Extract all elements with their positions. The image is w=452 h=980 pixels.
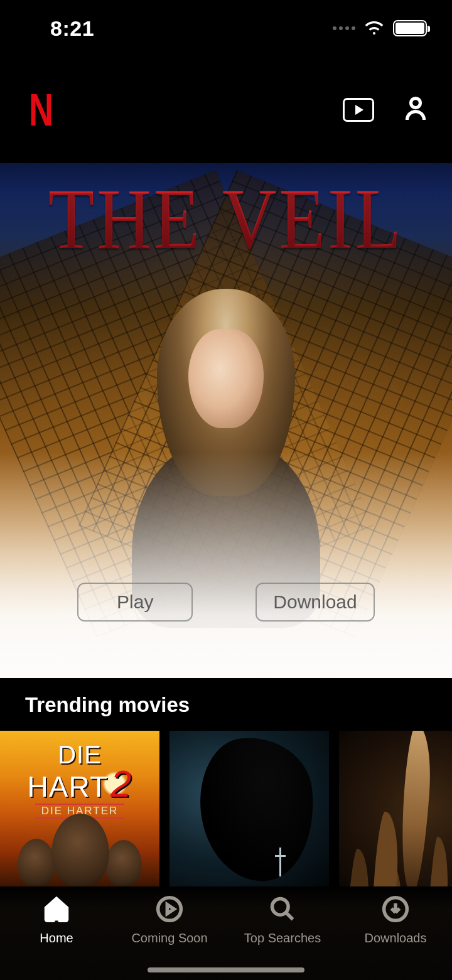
nav-top-searches[interactable]: Top Searches [226,891,339,980]
hero-title: THE VEIL [0,170,452,269]
poster-item[interactable] [339,731,452,886]
app-header: N [0,57,452,163]
poster-item[interactable]: DIE HART 2 DIE HARTER [0,731,159,886]
nav-label: Coming Soon [131,931,207,945]
wifi-icon [364,19,384,37]
nav-label: Downloads [365,931,427,945]
trending-section: Trending movies DIE HART 2 DIE HARTER [0,678,452,886]
status-time: 8:21 [50,16,94,41]
nav-downloads[interactable]: Downloads [339,891,452,980]
poster-art [0,811,159,886]
cellular-dots-icon [333,26,355,30]
play-circle-icon [156,895,183,923]
nav-home[interactable]: Home [0,891,113,980]
poster-art [193,731,321,886]
bottom-nav: Home Coming Soon Top Searches Downloads [0,886,452,980]
section-title: Trending movies [0,693,452,731]
svg-point-0 [411,99,421,108]
netflix-logo-icon[interactable]: N [29,84,51,136]
poster-item[interactable] [170,731,329,886]
status-bar: 8:21 [0,0,452,57]
hero-billboard[interactable]: THE VEIL Play Download [0,163,452,678]
nav-label: Home [40,931,73,945]
play-button[interactable]: Play [77,583,193,622]
nav-coming-soon[interactable]: Coming Soon [113,891,226,980]
poster-row[interactable]: DIE HART 2 DIE HARTER [0,731,452,886]
svg-point-1 [158,898,181,921]
download-circle-icon [382,895,409,923]
svg-point-2 [272,899,289,915]
battery-icon [393,20,427,36]
hero-actions: Play Download [0,583,452,622]
home-indicator[interactable] [148,967,304,972]
cross-icon [279,848,281,876]
download-button[interactable]: Download [256,583,374,622]
nav-label: Top Searches [244,931,321,945]
poster-title-art: DIE HART 2 DIE HARTER [10,743,149,819]
search-icon [269,895,296,923]
cast-icon[interactable] [343,98,374,122]
hero-gradient [0,452,452,678]
profile-icon[interactable] [404,96,427,124]
home-icon [43,895,70,923]
status-indicators [333,19,427,37]
